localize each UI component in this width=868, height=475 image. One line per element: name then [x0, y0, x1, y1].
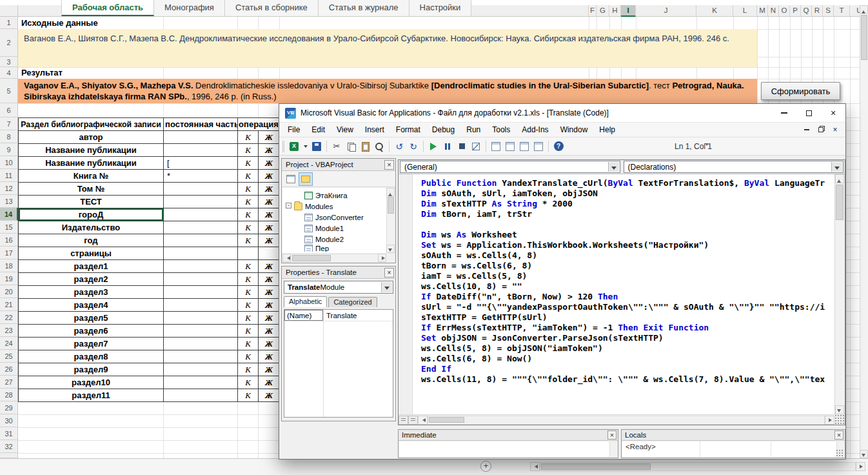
bib-cell-constant[interactable]	[164, 183, 238, 196]
properties-tab-alphabetic[interactable]: Alphabetic	[284, 296, 327, 307]
column-header-o[interactable]: O	[779, 5, 790, 17]
bib-cell-constant[interactable]	[164, 234, 238, 247]
sheet-tab-4[interactable]: Статья в журнале	[319, 0, 409, 16]
column-header-l[interactable]: L	[733, 5, 757, 17]
bib-cell-constant[interactable]	[164, 260, 238, 273]
sheet-horizontal-scrollbar[interactable]	[530, 461, 865, 472]
bib-cell-op2[interactable]: Ж	[259, 389, 280, 402]
bib-cell-label[interactable]: раздел9	[19, 363, 164, 376]
scroll-right-icon[interactable]	[856, 462, 865, 471]
immediate-close-button[interactable]	[607, 430, 616, 440]
bib-cell-label[interactable]: Том №	[19, 183, 164, 196]
project-tree-vertical-scrollbar[interactable]	[386, 188, 395, 253]
code-line-20[interactable]: ws.Cells(11, 8) = """{\""folder_id\"": \…	[421, 374, 834, 385]
bib-cell-label[interactable]: раздел1	[19, 260, 164, 273]
bib-cell-constant[interactable]	[164, 286, 238, 299]
menu-item-insert[interactable]: Insert	[359, 123, 390, 137]
column-header-f[interactable]: F	[589, 5, 597, 17]
bib-cell-op2[interactable]: Ж	[259, 338, 280, 350]
cell-source-header[interactable]: Исходные данные	[21, 17, 98, 30]
tree-node-1[interactable]: ЭтаКнига	[282, 190, 386, 201]
bib-cell-label[interactable]: страницы	[19, 247, 164, 260]
bib-cell-constant[interactable]	[164, 221, 238, 234]
project-explorer-button[interactable]	[489, 140, 502, 153]
row-header-17[interactable]: 17	[0, 247, 18, 259]
code-horizontal-scrollbar[interactable]	[399, 414, 834, 425]
scroll-up-icon[interactable]	[860, 5, 868, 14]
bib-cell-op1[interactable]: К	[238, 221, 259, 234]
bib-cell-label[interactable]: ТЕСТ	[19, 196, 164, 208]
horizontal-scroll-track[interactable]	[540, 462, 856, 471]
sheet-tab-5[interactable]: Настройки	[409, 0, 472, 16]
select-all-corner[interactable]	[0, 5, 18, 17]
bib-cell-op1[interactable]: К	[238, 170, 259, 183]
sheet-tab-1[interactable]: Рабочая область	[61, 0, 154, 16]
column-header-k[interactable]: K	[696, 5, 733, 17]
bib-cell-op1[interactable]: К	[238, 183, 259, 196]
child-close-button[interactable]	[828, 124, 842, 136]
bib-cell-op2[interactable]: Ж	[259, 208, 280, 221]
bib-cell-label[interactable]: гороД	[19, 208, 164, 221]
tree-node-3[interactable]: JsonConverter	[282, 212, 386, 223]
bib-cell-op2[interactable]: Ж	[259, 273, 280, 286]
code-line-18[interactable]: ws.Cells(6, 8) = Now()	[421, 354, 834, 364]
toggle-folders-button[interactable]	[299, 172, 313, 186]
row-header-24[interactable]: 24	[0, 337, 18, 350]
row-header-2[interactable]: 2	[0, 29, 18, 57]
bib-cell-op2[interactable]: Ж	[259, 260, 280, 273]
bib-cell-op1[interactable]: К	[238, 312, 259, 325]
menu-item-help[interactable]: Help	[593, 123, 621, 137]
bib-cell-constant[interactable]	[164, 208, 238, 221]
object-browser-button[interactable]	[518, 140, 531, 153]
bib-cell-op1[interactable]: К	[238, 196, 259, 208]
code-resize-grip[interactable]	[834, 414, 845, 425]
bib-cell-op2[interactable]: Ж	[259, 144, 280, 157]
cell-source-text[interactable]: Ваганов Е.А., Шиятов С.Г., Мазепа В.С. Д…	[18, 29, 757, 67]
bib-cell-op1[interactable]: К	[238, 157, 259, 170]
bib-cell-op1[interactable]: К	[238, 144, 259, 157]
tree-node-2[interactable]: -Modules	[282, 201, 386, 212]
sheet-tab-2[interactable]: Монография	[154, 0, 225, 16]
row-header-21[interactable]: 21	[0, 298, 18, 311]
column-header-g[interactable]: G	[597, 5, 609, 17]
bib-cell-constant[interactable]	[164, 389, 238, 402]
child-minimize-button[interactable]	[800, 124, 814, 136]
immediate-titlebar[interactable]: Immediate	[399, 430, 618, 441]
close-button[interactable]	[821, 104, 845, 122]
code-line-6[interactable]: Dim ws As Worksheet	[421, 230, 834, 240]
bib-cell-constant[interactable]	[164, 196, 238, 208]
code-line-17[interactable]: ws.Cells(5, 8) = objJSON("iamToken")	[421, 343, 834, 354]
row-header-23[interactable]: 23	[0, 324, 18, 337]
bib-cell-op2[interactable]: Ж	[259, 170, 280, 183]
row-header-13[interactable]: 13	[0, 195, 18, 208]
maximize-button[interactable]	[796, 104, 821, 122]
code-editor[interactable]: Public Function YandexTranslate_cUrl(ByV…	[413, 174, 834, 414]
scroll-right-icon[interactable]	[378, 254, 386, 262]
bib-cell-op2[interactable]: Ж	[259, 312, 280, 325]
row-header-16[interactable]: 16	[0, 234, 18, 247]
bib-cell-label[interactable]: Название публикации	[19, 157, 164, 170]
bib-cell-label[interactable]: Книга №	[19, 170, 164, 183]
bib-cell-constant[interactable]	[164, 325, 238, 338]
child-restore-button[interactable]	[814, 124, 828, 136]
tree-node-5[interactable]: Module2	[282, 234, 386, 245]
menu-item-debug[interactable]: Debug	[426, 123, 460, 137]
bib-cell-op1[interactable]: К	[238, 208, 259, 221]
menu-item-format[interactable]: Format	[390, 123, 426, 137]
scroll-left-icon[interactable]	[282, 254, 291, 262]
bib-cell-constant[interactable]	[164, 312, 238, 325]
horizontal-scroll-thumb[interactable]	[292, 255, 331, 261]
object-dropdown[interactable]: (General)	[400, 161, 620, 173]
new-sheet-button[interactable]: +	[480, 461, 491, 472]
tree-expander-icon[interactable]: -	[286, 203, 291, 208]
bib-cell-op1[interactable]: К	[238, 299, 259, 312]
row-header-6[interactable]: 6	[0, 103, 18, 117]
insert-object-caret-button[interactable]	[302, 140, 309, 153]
menu-item-tools[interactable]: Tools	[486, 123, 516, 137]
scroll-up-icon[interactable]	[835, 174, 844, 183]
column-header-m[interactable]: M	[757, 5, 768, 17]
vertical-scroll-thumb[interactable]	[388, 197, 394, 214]
bib-cell-constant[interactable]	[164, 273, 238, 286]
column-header-q[interactable]: Q	[801, 5, 812, 17]
properties-close-button[interactable]	[384, 268, 394, 278]
